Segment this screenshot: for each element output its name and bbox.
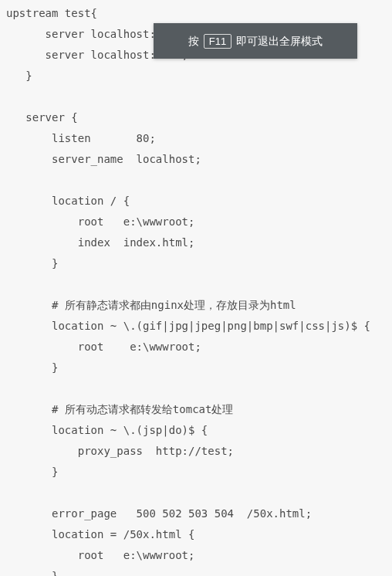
code-line: }	[6, 466, 58, 478]
code-line: root e:\wwwroot;	[6, 215, 194, 228]
code-line: }	[6, 257, 58, 269]
toast-text-before: 按	[188, 31, 199, 52]
f11-key-badge: F11	[204, 34, 231, 49]
code-line: listen 80;	[6, 132, 156, 144]
code-line: location / {	[6, 195, 130, 207]
nginx-config-code: upstream test{ server localhost:8080; se…	[0, 0, 392, 576]
code-line: server_name localhost;	[6, 153, 201, 165]
code-line: location ~ \.(jsp|do)$ {	[6, 424, 208, 436]
code-line: error_page 500 502 503 504 /50x.html;	[6, 507, 312, 520]
code-line: location ~ \.(gif|jpg|jpeg|png|bmp|swf|c…	[6, 320, 370, 332]
code-line: root e:\wwwroot;	[6, 549, 194, 561]
code-line: location = /50x.html {	[6, 528, 194, 540]
code-line: server {	[6, 111, 78, 124]
code-line: # 所有动态请求都转发给tomcat处理	[6, 403, 233, 415]
code-line: # 所有静态请求都由nginx处理，存放目录为html	[6, 299, 296, 311]
code-line: upstream test{	[6, 7, 97, 19]
code-line: }	[6, 570, 58, 576]
code-line: index index.html;	[6, 236, 194, 249]
toast-text-after: 即可退出全屏模式	[236, 31, 323, 52]
code-line: }	[6, 361, 58, 374]
code-line: }	[6, 69, 32, 82]
code-line: root e:\wwwroot;	[6, 341, 201, 353]
code-line: proxy_pass http://test;	[6, 445, 234, 457]
fullscreen-exit-toast: 按 F11 即可退出全屏模式	[154, 23, 357, 59]
